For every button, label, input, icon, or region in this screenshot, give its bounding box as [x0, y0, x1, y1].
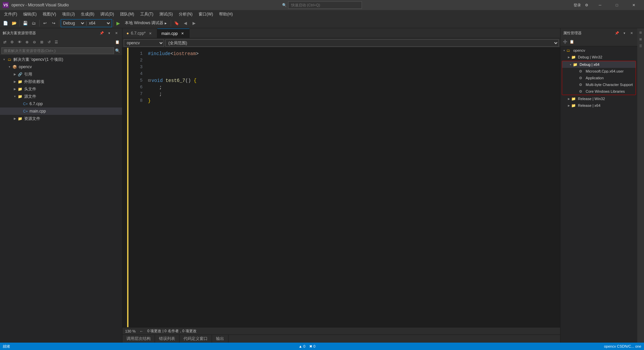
props-core-windows[interactable]: ⚙ Core Windows Libraries: [562, 88, 636, 95]
menu-edit[interactable]: 编辑(E): [20, 10, 39, 18]
menu-debug[interactable]: 调试(D): [98, 10, 117, 18]
tree-solution-root[interactable]: ▾ 🗂 解决方案 'opencv'(1 个项目): [0, 56, 122, 63]
solution-search-input[interactable]: [1, 47, 114, 54]
sol-sync-btn[interactable]: ⇄: [1, 39, 8, 45]
tree-file-6-7-cpp[interactable]: C+ 6.7.cpp: [0, 100, 122, 107]
class-dropdown[interactable]: opencv: [124, 39, 164, 47]
panel-dropdown-btn[interactable]: ▾: [106, 30, 112, 36]
debug-target-btn[interactable]: 本地 Windows 调试器 ▸: [122, 19, 169, 27]
expand-release-x64[interactable]: ▶: [567, 104, 571, 107]
expand-headers[interactable]: ▶: [12, 86, 17, 92]
bookmark-btn[interactable]: 🔖: [172, 19, 180, 27]
tab-main-close[interactable]: ✕: [180, 31, 185, 36]
platform-select[interactable]: x64 x86: [88, 19, 111, 27]
sol-expand-btn[interactable]: ⊕: [23, 39, 30, 45]
menu-build[interactable]: 生成(B): [78, 10, 97, 18]
close-button[interactable]: ✕: [626, 0, 641, 10]
expand-sources[interactable]: ▾: [12, 94, 17, 99]
props-release-win32[interactable]: ▶ 📁 Release | Win32: [560, 95, 637, 102]
tree-source-files[interactable]: ▾ 📁 源文件: [0, 93, 122, 100]
strip-icon-3[interactable]: ☰: [638, 43, 644, 49]
menu-view[interactable]: 视图(V): [40, 10, 59, 18]
tree-project[interactable]: ▾ 📦 opencv: [0, 63, 122, 71]
sol-refresh-btn[interactable]: ↺: [46, 39, 52, 45]
expand-ext-deps[interactable]: ▶: [12, 79, 17, 84]
expand-debug-x64[interactable]: ▾: [568, 63, 573, 66]
tree-file-main-cpp[interactable]: C+ main.cpp: [0, 107, 122, 115]
settings-icon[interactable]: ⚙: [585, 3, 588, 7]
props-add-existing-btn[interactable]: 📋: [569, 39, 575, 45]
menu-window[interactable]: 窗口(W): [196, 10, 216, 18]
notifications-errors[interactable]: ✖ 0: [309, 344, 315, 349]
sol-properties-btn[interactable]: ⚙: [9, 39, 15, 45]
tab-code-definition[interactable]: 代码定义窗口: [179, 335, 212, 343]
menu-file[interactable]: 文件(F): [1, 10, 20, 18]
debug-config-select[interactable]: Debug Release: [62, 19, 85, 27]
open-btn[interactable]: 📂: [10, 19, 18, 27]
props-multi-byte[interactable]: ⚙ Multi-byte Character Support: [562, 81, 636, 88]
expand-solution[interactable]: ▾: [1, 57, 7, 62]
tree-header-files[interactable]: ▶ 📁 头文件: [0, 85, 122, 93]
save-btn[interactable]: 💾: [21, 19, 29, 27]
menu-team[interactable]: 团队(M): [117, 10, 137, 18]
quick-launch-input[interactable]: [288, 1, 362, 9]
panel-close-btn[interactable]: ✕: [113, 30, 119, 36]
expand-references[interactable]: ▶: [12, 72, 17, 77]
props-debug-x64[interactable]: ▾ 📁 Debug | x64: [562, 61, 636, 68]
code-editor[interactable]: 1 2 3 4 5 6 7 8 #include<iostream> ⊟void…: [122, 48, 560, 327]
props-close-btn[interactable]: ✕: [629, 30, 635, 36]
sol-show-all-btn[interactable]: ☰: [53, 39, 60, 45]
tab-output[interactable]: 输出: [212, 335, 228, 343]
cpp-file-icon-2: C+: [23, 108, 28, 114]
menu-analyze[interactable]: 分析(N): [176, 10, 195, 18]
tree-resource-files[interactable]: ▶ 📁 资源文件: [0, 115, 122, 122]
notifications-warnings[interactable]: ▲ 0: [299, 344, 305, 348]
props-dropdown-btn[interactable]: ▾: [621, 30, 627, 36]
expand-props-root[interactable]: ▾: [562, 49, 567, 52]
member-dropdown[interactable]: (全局范围): [165, 39, 559, 47]
redo-btn[interactable]: ↪: [50, 19, 58, 27]
strip-icon-2[interactable]: ⊠: [638, 36, 644, 42]
tab-6-7-cpp[interactable]: ● 6.7.cpp* ✕: [122, 29, 157, 38]
menu-test[interactable]: 测试(S): [157, 10, 175, 18]
menu-help[interactable]: 帮助(H): [216, 10, 235, 18]
tree-external-deps[interactable]: ▶ 📁 外部依赖项: [0, 78, 122, 85]
panel-pin-btn[interactable]: 📌: [99, 30, 105, 36]
props-application[interactable]: ⚙ Application: [562, 75, 636, 81]
login-link[interactable]: 登录: [574, 3, 581, 8]
props-root[interactable]: ▾ 🗂 opencv: [560, 47, 637, 54]
tab-error-list[interactable]: 错误列表: [155, 335, 179, 343]
tab-main-cpp[interactable]: main.cpp ✕: [157, 29, 190, 38]
tab-6-7-close[interactable]: ✕: [148, 31, 153, 36]
solution-search-btn[interactable]: 🔍: [114, 47, 121, 54]
menu-project[interactable]: 项目(J): [59, 10, 77, 18]
save-all-btn[interactable]: 🗂: [30, 19, 38, 27]
expand-debug-win32[interactable]: ▶: [567, 56, 571, 59]
props-release-x64[interactable]: ▶ 📁 Release | x64: [560, 102, 637, 109]
nav-back-btn[interactable]: ◀: [181, 19, 189, 27]
undo-btn[interactable]: ↩: [41, 19, 49, 27]
minimize-button[interactable]: ─: [592, 0, 608, 10]
props-add-btn[interactable]: ➕: [562, 39, 569, 45]
strip-icon-1[interactable]: ⊞: [638, 30, 644, 36]
tab-call-hierarchy[interactable]: 调用层次结构: [122, 335, 155, 343]
sol-view-toggle-btn[interactable]: 📋: [114, 39, 121, 45]
expand-resources[interactable]: ▶: [12, 116, 17, 121]
code-content[interactable]: #include<iostream> ⊟void test6_7() { ; ;…: [145, 48, 560, 327]
maximize-button[interactable]: □: [609, 0, 625, 10]
props-pin-btn[interactable]: 📌: [614, 30, 620, 36]
sol-collapse-btn[interactable]: ⊖: [31, 39, 38, 45]
tree-references[interactable]: ▶ 🔗 引用: [0, 71, 122, 78]
sol-preview-btn[interactable]: 👁: [16, 39, 23, 45]
fold-icon-5[interactable]: ⊟: [148, 77, 151, 84]
sol-filter-btn[interactable]: ⊞: [38, 39, 45, 45]
props-debug-win32[interactable]: ▶ 📁 Debug | Win32: [560, 54, 637, 60]
menu-tools[interactable]: 工具(T): [138, 10, 156, 18]
line-num-7: 7: [128, 91, 143, 97]
expand-release-win32[interactable]: ▶: [567, 97, 571, 100]
nav-fwd-btn[interactable]: ▶: [190, 19, 198, 27]
run-button[interactable]: ▶: [115, 20, 121, 26]
props-ms-cpp-x64[interactable]: ⚙ Microsoft.Cpp.x64.user: [562, 68, 636, 75]
expand-project[interactable]: ▾: [7, 64, 12, 70]
new-project-btn[interactable]: 📄: [1, 19, 9, 27]
